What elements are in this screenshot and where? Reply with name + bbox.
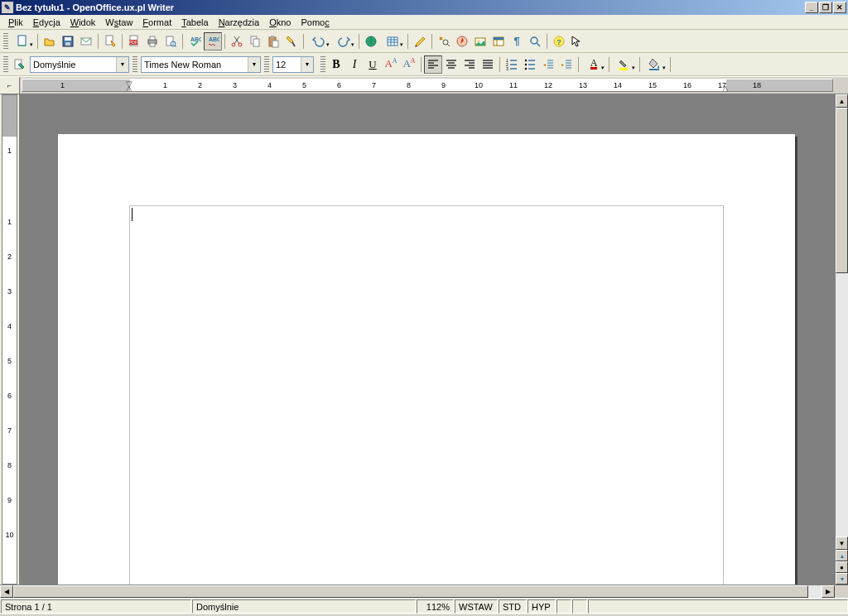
paste-button[interactable] (264, 32, 282, 51)
hscroll-track[interactable] (13, 585, 822, 598)
navigation-button[interactable]: ● (836, 561, 848, 573)
font-color-button[interactable]: A (581, 55, 606, 74)
bold-button[interactable]: B (327, 55, 345, 74)
autospellcheck-button[interactable]: ABC (204, 32, 222, 51)
copy-button[interactable] (246, 32, 264, 51)
menu-wstaw[interactable]: Wstaw (100, 17, 137, 28)
next-page-button[interactable]: ▾ (836, 573, 848, 585)
spellcheck-button[interactable]: ABC (186, 32, 204, 51)
cut-button[interactable] (228, 32, 246, 51)
menu-narzedzia[interactable]: Narzędzia (214, 17, 265, 28)
numbered-list-button[interactable]: 123 (503, 55, 521, 74)
page[interactable] (58, 134, 795, 585)
toolbar-grip[interactable] (320, 56, 325, 73)
nonprinting-button[interactable]: ¶ (508, 32, 526, 51)
styles-button[interactable] (10, 55, 28, 74)
toolbar-grip[interactable] (132, 56, 137, 73)
toolbar-grip[interactable] (264, 56, 269, 73)
datasources-button[interactable] (489, 32, 508, 51)
status-misc[interactable] (588, 599, 848, 614)
show-draw-button[interactable] (411, 32, 429, 51)
highlight-icon (619, 59, 630, 70)
scroll-up-button[interactable]: ▲ (836, 94, 848, 108)
scroll-right-button[interactable]: ▶ (822, 585, 835, 598)
indent-marker-left[interactable]: △ (126, 84, 132, 92)
toolbar-grip[interactable] (3, 33, 8, 50)
decrease-indent-button[interactable] (539, 55, 557, 74)
status-style[interactable]: Domyślnie (192, 599, 416, 614)
font-size-combo[interactable]: 12 ▼ (272, 56, 314, 73)
scroll-left-button[interactable]: ◀ (0, 585, 13, 598)
dropdown-icon[interactable]: ▼ (301, 57, 313, 72)
find-button[interactable] (435, 32, 453, 51)
status-signature[interactable] (572, 599, 587, 614)
grow-font-button[interactable]: AA (382, 55, 400, 74)
horizontal-scrollbar[interactable]: ◀ ▶ (0, 585, 848, 598)
menu-okno[interactable]: Okno (264, 17, 296, 28)
indent-marker-right[interactable]: △ (722, 84, 729, 92)
dropdown-icon[interactable]: ▼ (116, 57, 128, 72)
open-button[interactable] (41, 32, 59, 51)
align-right-button[interactable] (460, 55, 479, 74)
menu-widok[interactable]: Widok (65, 17, 101, 28)
document-area[interactable] (20, 94, 835, 585)
menu-edycja[interactable]: Edycja (28, 17, 65, 28)
vertical-ruler[interactable]: 1 1 2 3 4 5 6 7 8 9 10 (2, 94, 17, 585)
whatsthis-button[interactable] (568, 32, 586, 51)
align-center-button[interactable] (442, 55, 460, 74)
help-button[interactable]: ? (550, 32, 568, 51)
menu-plik[interactable]: Plik (3, 17, 28, 28)
mail-button[interactable] (77, 32, 95, 51)
ruler-num: 4 (267, 81, 272, 89)
scroll-thumb[interactable] (836, 108, 848, 273)
ruler-corner[interactable]: ⌐ (0, 77, 20, 94)
menu-tabela[interactable]: Tabela (176, 17, 213, 28)
svg-rect-12 (166, 36, 173, 46)
restore-button[interactable]: ❐ (819, 2, 832, 13)
gallery-button[interactable] (471, 32, 489, 51)
redo-button[interactable] (331, 32, 356, 51)
status-zoom[interactable]: 112% (417, 599, 454, 614)
paragraph-style-combo[interactable]: Domyślnie ▼ (30, 56, 129, 73)
status-page[interactable]: Strona 1 / 1 (1, 599, 191, 614)
status-modified[interactable] (556, 599, 571, 614)
background-color-button[interactable] (643, 55, 667, 74)
bullet-list-button[interactable] (521, 55, 539, 74)
menu-pomoc[interactable]: Pomoc (296, 17, 334, 28)
font-name-combo[interactable]: Times New Roman ▼ (141, 56, 261, 73)
status-hyphenation[interactable]: HYP (528, 599, 556, 614)
increase-indent-button[interactable] (557, 55, 576, 74)
zoom-button[interactable] (526, 32, 544, 51)
undo-button[interactable] (306, 32, 331, 51)
vertical-scrollbar[interactable]: ▲ ▼ ▴ ● ▾ (835, 94, 848, 585)
italic-button[interactable]: I (345, 55, 364, 74)
highlight-button[interactable] (612, 55, 637, 74)
underline-button[interactable]: U (364, 55, 382, 74)
edit-file-button[interactable] (101, 32, 119, 51)
shrink-font-button[interactable]: AA (400, 55, 418, 74)
save-button[interactable] (59, 32, 77, 51)
scroll-down-button[interactable]: ▼ (836, 537, 848, 550)
close-button[interactable]: ✕ (833, 2, 846, 13)
horizontal-ruler[interactable]: 1 1 2 3 4 5 6 7 8 9 10 11 12 13 14 15 16… (22, 79, 833, 92)
ruler-num: 7 (372, 81, 376, 89)
hscroll-thumb[interactable] (13, 585, 808, 598)
navigator-button[interactable] (453, 32, 471, 51)
minimize-button[interactable]: _ (805, 2, 818, 13)
new-button[interactable] (10, 32, 35, 51)
scroll-track[interactable] (836, 108, 848, 537)
format-paintbrush-button[interactable] (282, 32, 301, 51)
prev-page-button[interactable]: ▴ (836, 550, 848, 561)
hyperlink-button[interactable] (362, 32, 380, 51)
table-button[interactable] (380, 32, 405, 51)
status-insert-mode[interactable]: WSTAW (455, 599, 498, 614)
dropdown-icon[interactable]: ▼ (248, 57, 260, 72)
align-left-button[interactable] (424, 55, 442, 74)
print-preview-button[interactable] (161, 32, 180, 51)
align-justify-button[interactable] (479, 55, 497, 74)
menu-format[interactable]: Format (137, 17, 176, 28)
print-button[interactable] (143, 32, 161, 51)
toolbar-grip[interactable] (3, 56, 8, 73)
export-pdf-button[interactable]: PDF (125, 32, 143, 51)
status-selection-mode[interactable]: STD (499, 599, 527, 614)
